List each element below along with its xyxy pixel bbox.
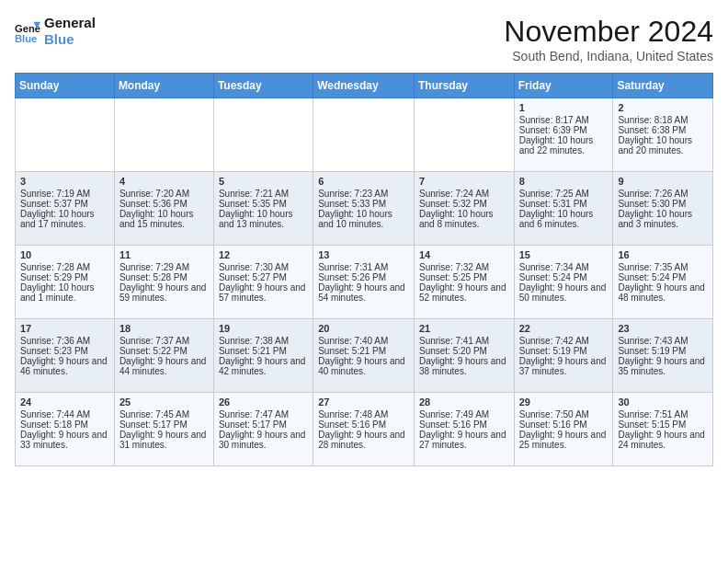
day-number: 26 — [219, 396, 308, 408]
sunrise-text: Sunrise: 7:21 AM — [219, 189, 308, 199]
sunset-text: Sunset: 5:36 PM — [119, 199, 209, 209]
calendar-cell: 8Sunrise: 7:25 AMSunset: 5:31 PMDaylight… — [514, 172, 613, 246]
daylight-text: Daylight: 9 hours and 42 minutes. — [219, 356, 308, 376]
day-number: 23 — [618, 323, 708, 334]
calendar-cell: 12Sunrise: 7:30 AMSunset: 5:27 PMDayligh… — [213, 246, 313, 319]
sunset-text: Sunset: 5:19 PM — [618, 346, 708, 356]
calendar-cell: 16Sunrise: 7:35 AMSunset: 5:24 PMDayligh… — [613, 246, 713, 319]
calendar-table: SundayMondayTuesdayWednesdayThursdayFrid… — [15, 73, 713, 466]
day-number: 13 — [318, 249, 409, 260]
calendar-cell — [414, 98, 514, 172]
sunset-text: Sunset: 5:29 PM — [20, 272, 109, 282]
sunrise-text: Sunrise: 7:48 AM — [318, 409, 409, 419]
header-thursday: Thursday — [414, 74, 514, 98]
calendar-cell: 1Sunrise: 8:17 AMSunset: 6:39 PMDaylight… — [514, 98, 613, 172]
logo: General Blue General Blue — [15, 15, 96, 48]
sunset-text: Sunset: 5:17 PM — [219, 419, 308, 430]
sunset-text: Sunset: 5:18 PM — [20, 419, 109, 430]
sunrise-text: Sunrise: 7:30 AM — [219, 262, 308, 272]
day-number: 20 — [318, 323, 409, 334]
calendar-cell: 9Sunrise: 7:26 AMSunset: 5:30 PMDaylight… — [613, 172, 713, 246]
sunset-text: Sunset: 5:16 PM — [318, 419, 409, 430]
sunrise-text: Sunrise: 7:50 AM — [519, 409, 609, 419]
sunrise-text: Sunrise: 7:36 AM — [20, 336, 109, 346]
day-number: 6 — [318, 176, 409, 187]
calendar-cell: 5Sunrise: 7:21 AMSunset: 5:35 PMDaylight… — [213, 172, 313, 246]
sunrise-text: Sunrise: 7:38 AM — [219, 336, 308, 346]
calendar-cell: 24Sunrise: 7:44 AMSunset: 5:18 PMDayligh… — [16, 393, 115, 466]
daylight-text: Daylight: 9 hours and 52 minutes. — [419, 282, 509, 303]
daylight-text: Daylight: 10 hours and 3 minutes. — [618, 209, 708, 229]
day-number: 15 — [519, 249, 609, 260]
sunset-text: Sunset: 5:21 PM — [219, 346, 308, 356]
daylight-text: Daylight: 9 hours and 38 minutes. — [419, 356, 509, 376]
sunrise-text: Sunrise: 8:17 AM — [519, 115, 609, 125]
sunrise-text: Sunrise: 7:19 AM — [20, 189, 109, 199]
sunset-text: Sunset: 5:22 PM — [119, 346, 209, 356]
daylight-text: Daylight: 10 hours and 15 minutes. — [119, 209, 209, 229]
day-number: 30 — [618, 396, 708, 408]
calendar-cell: 14Sunrise: 7:32 AMSunset: 5:25 PMDayligh… — [414, 246, 514, 319]
day-number: 21 — [419, 323, 509, 334]
daylight-text: Daylight: 9 hours and 54 minutes. — [318, 282, 409, 303]
sunrise-text: Sunrise: 7:40 AM — [318, 336, 409, 346]
sunset-text: Sunset: 5:15 PM — [618, 419, 708, 430]
day-number: 1 — [519, 102, 609, 113]
day-number: 12 — [219, 249, 308, 260]
sunrise-text: Sunrise: 7:37 AM — [119, 336, 209, 346]
sunrise-text: Sunrise: 7:49 AM — [419, 409, 509, 419]
daylight-text: Daylight: 10 hours and 6 minutes. — [519, 209, 609, 229]
daylight-text: Daylight: 9 hours and 28 minutes. — [318, 430, 409, 450]
daylight-text: Daylight: 10 hours and 8 minutes. — [419, 209, 509, 229]
sunset-text: Sunset: 5:23 PM — [20, 346, 109, 356]
sunset-text: Sunset: 5:16 PM — [519, 419, 609, 430]
day-number: 11 — [119, 249, 209, 260]
sunrise-text: Sunrise: 7:20 AM — [119, 189, 209, 199]
calendar-cell: 25Sunrise: 7:45 AMSunset: 5:17 PMDayligh… — [114, 393, 213, 466]
calendar-cell: 7Sunrise: 7:24 AMSunset: 5:32 PMDaylight… — [414, 172, 514, 246]
calendar-cell: 4Sunrise: 7:20 AMSunset: 5:36 PMDaylight… — [114, 172, 213, 246]
sunrise-text: Sunrise: 7:24 AM — [419, 189, 509, 199]
page-header: General Blue General Blue November 2024 … — [15, 15, 713, 63]
day-number: 25 — [119, 396, 209, 408]
calendar-cell: 19Sunrise: 7:38 AMSunset: 5:21 PMDayligh… — [213, 319, 313, 393]
calendar-cell: 20Sunrise: 7:40 AMSunset: 5:21 PMDayligh… — [313, 319, 415, 393]
day-number: 3 — [20, 176, 109, 187]
calendar-cell: 13Sunrise: 7:31 AMSunset: 5:26 PMDayligh… — [313, 246, 415, 319]
calendar-cell: 3Sunrise: 7:19 AMSunset: 5:37 PMDaylight… — [16, 172, 115, 246]
daylight-text: Daylight: 9 hours and 46 minutes. — [20, 356, 109, 376]
day-number: 18 — [119, 323, 209, 334]
daylight-text: Daylight: 9 hours and 59 minutes. — [119, 282, 209, 303]
sunrise-text: Sunrise: 7:31 AM — [318, 262, 409, 272]
sunset-text: Sunset: 5:35 PM — [219, 199, 308, 209]
sunrise-text: Sunrise: 7:44 AM — [20, 409, 109, 419]
day-number: 29 — [519, 396, 609, 408]
day-number: 4 — [119, 176, 209, 187]
calendar-cell: 26Sunrise: 7:47 AMSunset: 5:17 PMDayligh… — [213, 393, 313, 466]
sunset-text: Sunset: 5:37 PM — [20, 199, 109, 209]
calendar-cell: 30Sunrise: 7:51 AMSunset: 5:15 PMDayligh… — [613, 393, 713, 466]
calendar-cell: 21Sunrise: 7:41 AMSunset: 5:20 PMDayligh… — [414, 319, 514, 393]
location-title: South Bend, Indiana, United States — [504, 49, 713, 63]
daylight-text: Daylight: 10 hours and 20 minutes. — [618, 135, 708, 155]
sunrise-text: Sunrise: 7:42 AM — [519, 336, 609, 346]
header-friday: Friday — [514, 74, 613, 98]
daylight-text: Daylight: 10 hours and 22 minutes. — [519, 135, 609, 155]
sunrise-text: Sunrise: 7:34 AM — [519, 262, 609, 272]
sunrise-text: Sunrise: 7:35 AM — [618, 262, 708, 272]
sunset-text: Sunset: 5:30 PM — [618, 199, 708, 209]
header-saturday: Saturday — [613, 74, 713, 98]
sunrise-text: Sunrise: 7:41 AM — [419, 336, 509, 346]
daylight-text: Daylight: 9 hours and 57 minutes. — [219, 282, 308, 303]
daylight-text: Daylight: 10 hours and 1 minute. — [20, 282, 109, 303]
day-number: 27 — [318, 396, 409, 408]
sunrise-text: Sunrise: 7:28 AM — [20, 262, 109, 272]
calendar-cell: 15Sunrise: 7:34 AMSunset: 5:24 PMDayligh… — [514, 246, 613, 319]
calendar-cell: 17Sunrise: 7:36 AMSunset: 5:23 PMDayligh… — [16, 319, 115, 393]
calendar-week-3: 10Sunrise: 7:28 AMSunset: 5:29 PMDayligh… — [16, 246, 713, 319]
logo-general: General — [44, 15, 96, 31]
sunset-text: Sunset: 5:16 PM — [419, 419, 509, 430]
month-title: November 2024 — [504, 15, 713, 49]
sunrise-text: Sunrise: 7:51 AM — [618, 409, 708, 419]
calendar-cell: 28Sunrise: 7:49 AMSunset: 5:16 PMDayligh… — [414, 393, 514, 466]
